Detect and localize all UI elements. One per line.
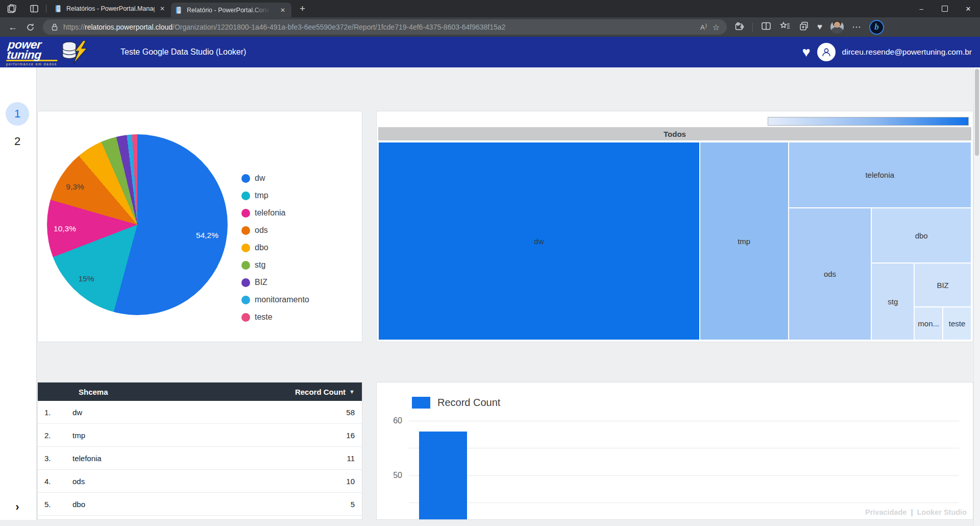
watermark-divider: | [911, 508, 913, 516]
bar-chart-card: Record Count 60 50 Privacidade | Looker … [376, 382, 973, 520]
legend-item-stg[interactable]: stg [241, 256, 309, 274]
y-axis-tick-50: 50 [377, 471, 402, 480]
row-record-count: 16 [346, 431, 362, 440]
browser-tab-2-active[interactable]: Relatório - PowerPortal.Consume ✕ [171, 3, 291, 17]
page-scrollbar[interactable] [973, 67, 980, 526]
legend-dot [241, 192, 250, 200]
legend-item-tmp[interactable]: tmp [241, 187, 309, 204]
legend-dot [241, 278, 250, 287]
treemap-root-label[interactable]: Todos [378, 127, 971, 140]
read-aloud-icon[interactable]: A) [700, 23, 707, 31]
pie-slice-label: 54,2% [196, 231, 218, 240]
row-record-count: 10 [346, 477, 362, 486]
bar-dw[interactable] [419, 432, 467, 519]
treemap-cell-label: mon... [918, 319, 939, 328]
titlebar-divider [46, 5, 46, 13]
powertuning-logo[interactable]: power tuning performance em dados [7, 39, 88, 66]
url-text[interactable]: https://relatorios.powerportal.cloud/Org… [63, 23, 695, 31]
favorites-bar-icon[interactable] [779, 21, 791, 33]
legend-item-teste[interactable]: teste [241, 308, 309, 326]
settings-more-icon[interactable]: ⋯ [852, 21, 861, 33]
url-path: /Organization/12201800-1a46-491a-bfe3-6e… [173, 23, 505, 31]
treemap-cell-dw[interactable]: dw [378, 142, 700, 340]
treemap-cell-telefonia[interactable]: telefonia [789, 142, 971, 208]
pie-slice-label: 15% [78, 274, 94, 283]
legend-item-BIZ[interactable]: BIZ [241, 274, 309, 291]
legend-item-dw[interactable]: dw [241, 170, 309, 187]
column-header-schema[interactable]: Shcema [79, 388, 108, 396]
table-row-telefonia[interactable]: 3.telefonia11 [38, 447, 362, 470]
table-row-tmp[interactable]: 2.tmp16 [38, 424, 362, 447]
extensions-icon[interactable] [734, 21, 744, 33]
tab-title: Relatório - PowerPortal.Consume [187, 7, 275, 14]
expand-pager-button[interactable]: › [6, 495, 29, 519]
close-button[interactable]: ✕ [957, 0, 980, 17]
address-bar[interactable]: https://relatorios.powerportal.cloud/Org… [43, 19, 727, 35]
new-tab-button[interactable]: + [297, 3, 308, 14]
privacy-link[interactable]: Privacidade [865, 508, 906, 516]
browser-toolbar: ← https://relatorios.powerportal.cloud/O… [0, 17, 980, 37]
collections-icon[interactable] [799, 21, 809, 33]
tab-actions-icon[interactable] [27, 1, 42, 16]
treemap-cell-dbo[interactable]: dbo [871, 208, 971, 263]
back-button[interactable]: ← [4, 19, 21, 35]
legend-dot [241, 244, 250, 252]
treemap-cell-label: stg [888, 297, 898, 306]
header-right: ♥ dirceu.resende@powertuning.com.br [802, 37, 972, 67]
toolbar-icons: ♥ ⋯ b [734, 20, 884, 35]
scrollbar-thumb[interactable] [975, 69, 979, 156]
gridline-60 [409, 421, 959, 421]
legend-label: dbo [255, 243, 268, 252]
window-controls: – ✕ [910, 0, 980, 17]
legend-item-telefonia[interactable]: telefonia [241, 204, 309, 222]
table-card: Shcema Record Count ▼ 1.dw582.tmp163.tel… [37, 382, 362, 520]
workspaces-icon[interactable] [4, 1, 19, 16]
favorite-heart-icon[interactable]: ♥ [802, 45, 811, 59]
treemap-cell-ods[interactable]: ods [789, 208, 872, 340]
browser-tab-1[interactable]: Relatórios - PowerPortal.Manage ✕ [51, 0, 171, 17]
table-row-dw[interactable]: 1.dw58 [38, 401, 362, 424]
minimize-button[interactable]: – [910, 0, 933, 17]
legend-label: ods [255, 226, 268, 235]
page-button-1[interactable]: 1 [6, 102, 29, 126]
treemap-cell-BIZ[interactable]: BIZ [914, 263, 971, 307]
looker-studio-link[interactable]: Looker Studio [917, 508, 967, 516]
tab-close-icon[interactable]: ✕ [158, 4, 167, 13]
row-record-count: 11 [347, 454, 362, 463]
treemap-cell-label: dbo [915, 231, 928, 240]
page-favicon [55, 5, 62, 13]
treemap-cell-teste[interactable]: teste [943, 307, 971, 340]
browser-essentials-icon[interactable]: ♥ [817, 22, 822, 32]
table-row-dbo[interactable]: 5.dbo5 [38, 493, 362, 516]
treemap-cell-tmp[interactable]: tmp [700, 142, 789, 340]
person-icon [821, 46, 832, 58]
treemap-cell-stg[interactable]: stg [871, 263, 914, 340]
lock-icon[interactable] [51, 23, 58, 31]
split-screen-icon[interactable] [761, 21, 771, 33]
app-header: power tuning performance em dados Teste … [0, 37, 980, 67]
favorite-star-icon[interactable]: ☆ [713, 22, 720, 32]
table-row-ods[interactable]: 4.ods10 [38, 470, 362, 493]
browser-window: Relatórios - PowerPortal.Manage ✕ Relató… [0, 0, 980, 526]
pie-slice-label: 9,3% [66, 182, 84, 192]
treemap-cell-monitoramento[interactable]: mon... [914, 307, 943, 340]
maximize-icon [942, 6, 948, 12]
bar-chart-legend: Record Count [412, 397, 500, 409]
page-button-2[interactable]: 2 [6, 130, 29, 153]
column-header-record-count[interactable]: Record Count ▼ [295, 388, 355, 396]
column-header-label: Record Count [295, 388, 346, 396]
bing-copilot-icon[interactable]: b [869, 20, 884, 35]
legend-item-dbo[interactable]: dbo [241, 239, 309, 256]
legend-dot [241, 261, 250, 270]
legend-item-monitoramento[interactable]: monitoramento [241, 291, 309, 308]
maximize-button[interactable] [933, 0, 957, 17]
row-index: 3. [38, 454, 72, 463]
tab-close-icon[interactable]: ✕ [278, 6, 287, 15]
refresh-button[interactable] [21, 19, 39, 35]
logo-tagline: performance em dados [6, 62, 57, 66]
profile-avatar[interactable] [830, 20, 844, 34]
user-avatar[interactable] [817, 43, 836, 61]
browser-titlebar: Relatórios - PowerPortal.Manage ✕ Relató… [0, 0, 980, 17]
legend-item-ods[interactable]: ods [241, 222, 309, 239]
legend-label: Record Count [437, 397, 500, 409]
